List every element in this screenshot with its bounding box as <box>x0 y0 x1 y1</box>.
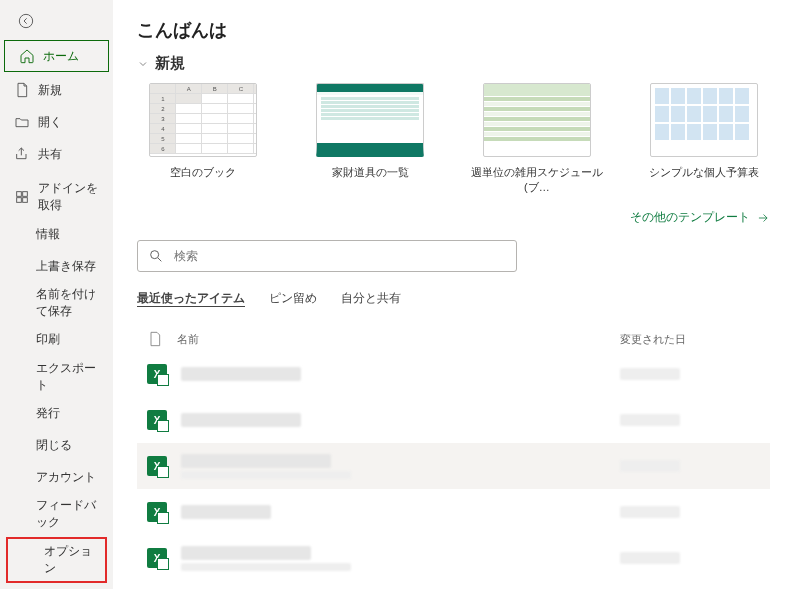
sidebar-item-new[interactable]: 新規 <box>0 74 113 106</box>
excel-file-icon: X <box>147 410 167 430</box>
sidebar-home-label: ホーム <box>43 48 79 65</box>
file-date-blurred <box>620 552 680 564</box>
sidebar-item-saveas[interactable]: 名前を付けて保存 <box>0 282 113 324</box>
sidebar-item-print[interactable]: 印刷 <box>0 324 113 356</box>
file-date-blurred <box>620 506 680 518</box>
excel-file-icon: X <box>147 502 167 522</box>
arrow-right-icon <box>756 211 770 225</box>
column-date[interactable]: 変更された日 <box>620 332 760 347</box>
home-icon <box>19 48 35 64</box>
more-templates-link[interactable]: その他のテンプレート <box>137 209 770 226</box>
chevron-down-icon <box>137 58 149 70</box>
greeting-title: こんばんは <box>137 18 770 42</box>
share-icon <box>14 146 30 162</box>
back-arrow-icon <box>18 13 34 29</box>
file-name-blurred <box>181 505 271 519</box>
sidebar-item-open[interactable]: 開く <box>0 106 113 138</box>
sidebar-getaddins-label: アドインを取得 <box>38 180 103 214</box>
back-button[interactable] <box>6 6 46 36</box>
template-row: ABC 1 2 3 4 5 6 空白のブック 家財道具の一覧 <box>137 83 770 195</box>
list-item[interactable]: X <box>137 351 770 397</box>
list-item[interactable]: X <box>137 397 770 443</box>
sidebar-item-options[interactable]: オプション <box>6 537 107 583</box>
main-content: こんばんは 新規 ABC 1 2 3 4 5 6 空白のブック <box>113 0 800 589</box>
list-header: 名前 変更された日 <box>137 327 770 351</box>
svg-point-5 <box>151 251 159 259</box>
list-item[interactable]: X <box>137 443 770 489</box>
file-name-blurred <box>181 367 301 381</box>
svg-rect-4 <box>23 198 28 203</box>
sidebar-item-info[interactable]: 情報 <box>0 218 113 250</box>
list-item[interactable]: X <box>137 489 770 535</box>
sidebar-item-home[interactable]: ホーム <box>4 40 109 72</box>
sidebar-new-label: 新規 <box>38 82 62 99</box>
file-name-blurred <box>181 413 301 427</box>
tab-shared[interactable]: 自分と共有 <box>341 290 401 311</box>
addins-icon <box>14 189 30 205</box>
svg-rect-2 <box>23 192 28 197</box>
section-new-title: 新規 <box>155 54 185 73</box>
sidebar-item-getaddins[interactable]: アドインを取得 <box>0 176 113 218</box>
folder-open-icon <box>14 114 30 130</box>
template-thumb <box>483 83 591 157</box>
tab-pinned[interactable]: ピン留め <box>269 290 317 311</box>
file-date-blurred <box>620 460 680 472</box>
template-thumb: ABC 1 2 3 4 5 6 <box>149 83 257 157</box>
sidebar-item-export[interactable]: エクスポート <box>0 356 113 398</box>
sidebar-item-publish[interactable]: 発行 <box>0 398 113 430</box>
search-icon <box>148 248 164 264</box>
sidebar-item-share[interactable]: 共有 <box>0 138 113 170</box>
svg-rect-1 <box>17 192 22 197</box>
sidebar-item-feedback[interactable]: フィードバック <box>0 494 113 536</box>
list-item[interactable]: X <box>137 535 770 581</box>
file-name-blurred <box>181 546 311 560</box>
tab-recent[interactable]: 最近使ったアイテム <box>137 290 245 311</box>
search-box[interactable] <box>137 240 517 272</box>
excel-file-icon: X <box>147 364 167 384</box>
sidebar: ホーム 新規 開く 共有 アドインを取得 情報 上書き保存 名前を付けて保存 印… <box>0 0 113 589</box>
template-thumb <box>316 83 424 157</box>
sidebar-open-label: 開く <box>38 114 62 131</box>
recent-list: X X X X X <box>137 351 770 581</box>
column-name[interactable]: 名前 <box>177 332 606 347</box>
document-icon <box>147 331 163 347</box>
template-inventory[interactable]: 家財道具の一覧 <box>304 83 437 195</box>
template-thumb <box>650 83 758 157</box>
sidebar-item-save[interactable]: 上書き保存 <box>0 250 113 282</box>
excel-file-icon: X <box>147 456 167 476</box>
template-blank-workbook[interactable]: ABC 1 2 3 4 5 6 空白のブック <box>137 83 270 195</box>
svg-point-0 <box>19 14 32 27</box>
search-input[interactable] <box>174 249 506 263</box>
file-name-blurred <box>181 454 331 468</box>
file-path-blurred <box>181 563 351 571</box>
file-path-blurred <box>181 471 351 479</box>
document-icon <box>14 82 30 98</box>
template-weekly-chores[interactable]: 週単位の雑用スケジュール (ブ… <box>471 83 604 195</box>
recent-tabs: 最近使ったアイテム ピン留め 自分と共有 <box>137 290 770 313</box>
sidebar-item-close[interactable]: 閉じる <box>0 430 113 462</box>
file-date-blurred <box>620 414 680 426</box>
svg-rect-3 <box>17 198 22 203</box>
sidebar-item-account[interactable]: アカウント <box>0 462 113 494</box>
section-new-header[interactable]: 新規 <box>137 54 770 73</box>
sidebar-share-label: 共有 <box>38 146 62 163</box>
excel-file-icon: X <box>147 548 167 568</box>
template-personal-budget[interactable]: シンプルな個人予算表 <box>637 83 770 195</box>
file-date-blurred <box>620 368 680 380</box>
